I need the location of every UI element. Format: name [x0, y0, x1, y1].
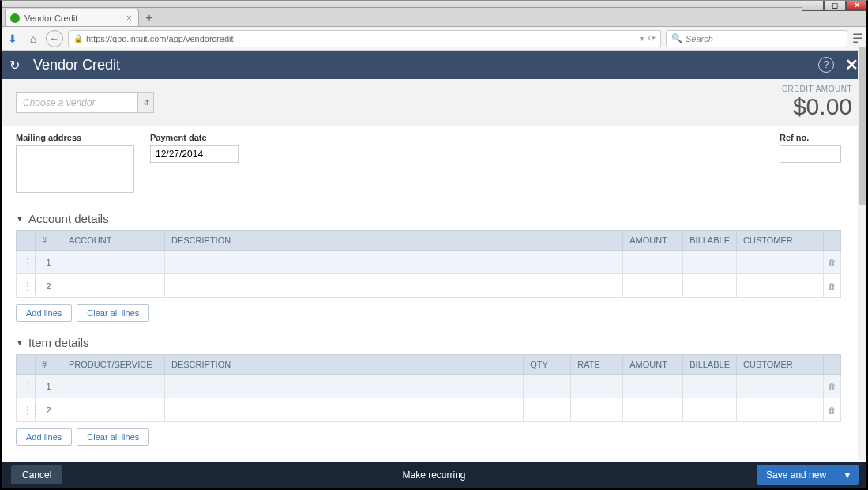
- col-billable: BILLABLE: [683, 355, 737, 375]
- account-details-toggle[interactable]: ▼ Account details: [16, 212, 841, 225]
- table-row[interactable]: 1 🗑: [17, 375, 841, 398]
- delete-row-icon[interactable]: 🗑: [824, 251, 841, 274]
- add-lines-button[interactable]: Add lines: [16, 304, 72, 322]
- payment-date-label: Payment date: [150, 133, 239, 142]
- lock-icon: 🔒: [73, 34, 83, 43]
- col-description: DESCRIPTION: [165, 355, 524, 375]
- url-text: https://qbo.intuit.com/app/vendorcredit: [86, 34, 234, 43]
- table-row[interactable]: 2 🗑: [17, 274, 841, 298]
- col-account: ACCOUNT: [62, 231, 165, 251]
- tab-title: Vendor Credit: [24, 13, 77, 23]
- credit-amount-value: $0.00: [782, 93, 852, 120]
- account-details-table: # ACCOUNT DESCRIPTION AMOUNT BILLABLE CU…: [16, 230, 841, 298]
- vendor-dropdown-icon[interactable]: ⇵: [137, 93, 153, 112]
- drag-handle-icon[interactable]: [17, 375, 36, 398]
- tab-close-icon[interactable]: ×: [126, 13, 132, 24]
- browser-tab[interactable]: Vendor Credit ×: [5, 9, 139, 26]
- table-row[interactable]: 1 🗑: [17, 251, 841, 274]
- add-lines-button[interactable]: Add lines: [16, 428, 72, 446]
- clear-lines-button[interactable]: Clear all lines: [77, 304, 149, 322]
- account-details-title: Account details: [28, 212, 109, 225]
- vendor-amount-bar: Choose a vendor ⇵ CREDIT AMOUNT $0.00: [0, 79, 868, 126]
- cancel-button[interactable]: Cancel: [11, 466, 62, 484]
- col-amount: AMOUNT: [623, 231, 683, 251]
- reload-icon[interactable]: ⟳: [648, 33, 656, 43]
- col-amount: AMOUNT: [623, 355, 683, 375]
- page-title: Vendor Credit: [33, 57, 120, 74]
- col-num: #: [36, 355, 62, 375]
- mailing-address-input[interactable]: [16, 145, 134, 193]
- help-icon[interactable]: ?: [818, 57, 834, 73]
- triangle-down-icon: ▼: [16, 214, 24, 223]
- col-description: DESCRIPTION: [165, 231, 623, 251]
- item-details-table: # PRODUCT/SERVICE DESCRIPTION QTY RATE A…: [16, 354, 841, 422]
- scrollbar[interactable]: [858, 40, 866, 460]
- browser-search[interactable]: 🔍 Search: [666, 30, 847, 47]
- item-details-title: Item details: [28, 336, 89, 349]
- row-number: 2: [36, 398, 62, 422]
- save-and-new-button[interactable]: Save and new ▼: [757, 465, 859, 485]
- window-maximize-button[interactable]: ◻: [824, 0, 846, 11]
- window-minimize-button[interactable]: —: [802, 0, 824, 11]
- search-placeholder: Search: [686, 34, 713, 43]
- new-tab-button[interactable]: +: [139, 10, 160, 26]
- window-close-button[interactable]: ✕: [846, 0, 868, 11]
- payment-date-input[interactable]: [150, 145, 239, 163]
- col-billable: BILLABLE: [683, 231, 737, 251]
- credit-amount-label: CREDIT AMOUNT: [782, 85, 852, 93]
- url-bar[interactable]: 🔒 https://qbo.intuit.com/app/vendorcredi…: [68, 30, 661, 47]
- vendor-select[interactable]: Choose a vendor ⇵: [16, 92, 154, 113]
- make-recurring-link[interactable]: Make recurring: [402, 469, 465, 481]
- row-number: 1: [36, 251, 62, 274]
- delete-row-icon[interactable]: 🗑: [824, 274, 841, 298]
- back-button[interactable]: ←: [46, 30, 63, 47]
- footer-bar: Cancel Make recurring Save and new ▼: [2, 462, 866, 488]
- mailing-address-label: Mailing address: [16, 133, 134, 142]
- triangle-down-icon: ▼: [16, 338, 24, 347]
- row-number: 1: [36, 375, 62, 398]
- ref-no-label: Ref no.: [780, 133, 841, 142]
- qbo-favicon: [10, 13, 20, 23]
- drag-handle-icon[interactable]: [17, 274, 36, 298]
- table-row[interactable]: 2 🗑: [17, 398, 841, 422]
- save-new-label: Save and new: [757, 465, 836, 485]
- search-icon: 🔍: [671, 33, 682, 43]
- history-icon[interactable]: ↻: [9, 58, 25, 73]
- col-product: PRODUCT/SERVICE: [62, 355, 165, 375]
- dropdown-icon[interactable]: ▾: [640, 34, 644, 43]
- row-number: 2: [36, 274, 62, 298]
- clear-lines-button[interactable]: Clear all lines: [77, 428, 149, 446]
- col-num: #: [36, 231, 62, 251]
- delete-row-icon[interactable]: 🗑: [824, 375, 841, 398]
- downloads-icon[interactable]: ⬇: [5, 32, 21, 45]
- drag-handle-icon[interactable]: [17, 398, 36, 422]
- col-customer: CUSTOMER: [737, 355, 824, 375]
- vendor-placeholder: Choose a vendor: [17, 97, 137, 108]
- col-customer: CUSTOMER: [737, 231, 824, 251]
- item-details-toggle[interactable]: ▼ Item details: [16, 336, 841, 349]
- ref-no-input[interactable]: [780, 145, 841, 163]
- tab-strip: Vendor Credit × +: [0, 8, 868, 27]
- browser-toolbar: ⬇ ⌂ ← 🔒 https://qbo.intuit.com/app/vendo…: [0, 27, 868, 51]
- close-panel-icon[interactable]: ✕: [845, 55, 859, 74]
- app-header: ↻ Vendor Credit ? ✕: [0, 51, 868, 79]
- save-dropdown-icon[interactable]: ▼: [836, 465, 859, 485]
- drag-handle-icon[interactable]: [17, 251, 36, 274]
- home-icon[interactable]: ⌂: [25, 32, 41, 45]
- col-rate: RATE: [571, 355, 623, 375]
- delete-row-icon[interactable]: 🗑: [824, 398, 841, 422]
- col-qty: QTY: [524, 355, 571, 375]
